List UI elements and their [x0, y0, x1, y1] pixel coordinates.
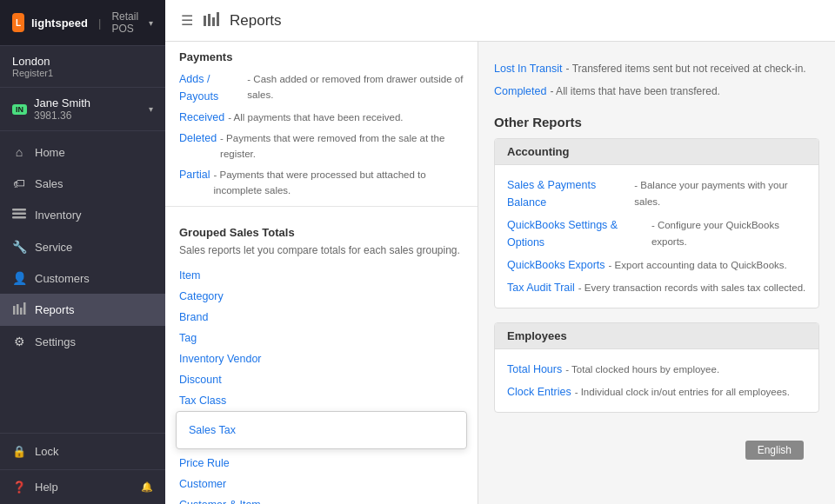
- tax-class-link-item: Tax Class: [165, 390, 478, 411]
- clock-entries-link[interactable]: Clock Entries: [507, 383, 571, 401]
- sidebar-item-label: Service: [35, 241, 72, 254]
- price-rule-link-item: Price Rule: [165, 453, 478, 474]
- accounting-body: Sales & Payments Balance - Balance your …: [495, 165, 818, 308]
- user-info[interactable]: IN Jane Smith 3981.36 ▾: [0, 88, 165, 131]
- received-desc: - All payments that have been received.: [228, 109, 403, 125]
- partial-desc: - Payments that were processed but attac…: [213, 167, 464, 199]
- other-reports-title: Other Reports: [494, 111, 819, 138]
- register-info: London Register1: [0, 46, 165, 88]
- service-icon: 🔧: [12, 240, 26, 254]
- transfers-links: Lost In Transit - Transfered items sent …: [494, 54, 819, 111]
- brand-link-item: Brand: [165, 307, 478, 328]
- completed-desc: - All items that have been transfered.: [550, 83, 719, 100]
- sidebar-item-settings[interactable]: ⚙ Settings: [0, 326, 165, 357]
- settings-icon: ⚙: [12, 335, 26, 348]
- inventory-vendor-link-item: Inventory Vendor: [165, 348, 478, 369]
- payments-section: Payments Adds / Payouts - Cash added or …: [165, 42, 478, 201]
- user-name: Jane Smith: [34, 96, 142, 109]
- customer-item-link[interactable]: Customer & Item: [179, 496, 261, 504]
- lightspeed-logo-icon: L: [12, 13, 24, 32]
- customers-icon: 👤: [12, 271, 26, 285]
- quickbooks-exports-link[interactable]: QuickBooks Exports: [507, 256, 605, 274]
- user-chevron-icon: ▾: [149, 104, 153, 114]
- discount-link[interactable]: Discount: [179, 371, 222, 388]
- main-content: ☰ Reports Payments Adds / Payouts - Cash…: [165, 0, 835, 504]
- sales-tax-dropdown: Sales Tax: [176, 411, 467, 449]
- employees-section: Employees Total Hours - Total clocked ho…: [494, 322, 819, 413]
- category-link-item: Category: [165, 286, 478, 307]
- svg-text:L: L: [16, 18, 21, 28]
- quickbooks-settings-link[interactable]: QuickBooks Settings & Options: [507, 216, 648, 251]
- svg-rect-12: [217, 12, 219, 26]
- tax-audit-trail-link[interactable]: Tax Audit Trail: [507, 279, 575, 296]
- help-icon: ❓: [12, 481, 26, 494]
- svg-rect-5: [13, 306, 16, 315]
- sales-icon: 🏷: [12, 176, 26, 190]
- customer-link[interactable]: Customer: [179, 475, 226, 493]
- left-panel: Payments Adds / Payouts - Cash added or …: [165, 42, 478, 504]
- sidebar-item-label: Sales: [35, 177, 63, 190]
- sales-tax-link[interactable]: Sales Tax: [189, 421, 236, 439]
- lost-in-transit-link[interactable]: Lost In Transit: [494, 60, 563, 77]
- sales-tax-link-item[interactable]: Sales Tax: [177, 417, 466, 443]
- item-link[interactable]: Item: [179, 267, 200, 284]
- item-link-item: Item: [165, 265, 478, 286]
- pos-chevron-icon: ▾: [149, 18, 153, 28]
- sidebar-item-customers[interactable]: 👤 Customers: [0, 262, 165, 294]
- register-sub: Register1: [12, 68, 153, 78]
- svg-rect-6: [17, 304, 19, 315]
- discount-link-item: Discount: [165, 369, 478, 390]
- accounting-title: Accounting: [495, 139, 818, 165]
- right-panel: Lost In Transit - Transfered items sent …: [478, 42, 835, 504]
- sidebar-item-reports[interactable]: Reports: [0, 294, 165, 326]
- sales-payments-balance-link[interactable]: Sales & Payments Balance: [507, 176, 631, 211]
- deleted-link[interactable]: Deleted: [179, 129, 217, 147]
- adds-payouts-link[interactable]: Adds / Payouts: [179, 70, 244, 105]
- app-divider: |: [98, 17, 101, 30]
- received-link[interactable]: Received: [179, 109, 224, 126]
- customer-item-link-item: Customer & Item: [165, 494, 478, 504]
- sidebar-item-service[interactable]: 🔧 Service: [0, 231, 165, 262]
- sidebar: L lightspeed | Retail POS ▾ London Regis…: [0, 0, 165, 504]
- deleted-item: Deleted - Payments that were removed fro…: [165, 128, 478, 164]
- lost-in-transit-item: Lost In Transit - Transfered items sent …: [494, 57, 819, 80]
- notification-icon: 🔔: [141, 481, 153, 493]
- sidebar-item-label: Inventory: [35, 209, 81, 222]
- sidebar-item-sales[interactable]: 🏷 Sales: [0, 168, 165, 199]
- lock-button[interactable]: 🔒 Lock: [0, 434, 165, 469]
- adds-payouts-desc: - Cash added or removed from drawer outs…: [247, 71, 464, 103]
- help-button[interactable]: ❓ Help 🔔: [0, 469, 165, 504]
- sidebar-item-home[interactable]: ⌂ Home: [0, 136, 165, 168]
- partial-link[interactable]: Partial: [179, 166, 210, 183]
- price-rule-link[interactable]: Price Rule: [179, 454, 230, 472]
- sidebar-header: L lightspeed | Retail POS ▾: [0, 0, 165, 46]
- completed-link[interactable]: Completed: [494, 83, 546, 100]
- inventory-vendor-link[interactable]: Inventory Vendor: [179, 350, 262, 368]
- sidebar-item-inventory[interactable]: Inventory: [0, 199, 165, 231]
- svg-rect-2: [12, 209, 26, 211]
- app-name: lightspeed: [31, 17, 88, 30]
- lock-icon: 🔒: [12, 445, 26, 458]
- clock-entries-desc: - Individual clock in/out entries for al…: [575, 384, 790, 400]
- category-link[interactable]: Category: [179, 288, 224, 305]
- inventory-icon: [12, 208, 26, 222]
- svg-rect-9: [204, 16, 206, 26]
- grouped-section: Grouped Sales Totals Sales reports let y…: [165, 212, 478, 504]
- quickbooks-exports-desc: - Export accounting data to QuickBooks.: [609, 257, 787, 273]
- header-chart-icon: [204, 12, 219, 30]
- total-hours-link[interactable]: Total Hours: [507, 361, 562, 378]
- quickbooks-exports-item: QuickBooks Exports - Export accounting d…: [507, 254, 806, 276]
- brand-link[interactable]: Brand: [179, 308, 208, 326]
- language-button[interactable]: English: [745, 441, 804, 460]
- home-icon: ⌂: [12, 145, 26, 159]
- main-body: Payments Adds / Payouts - Cash added or …: [165, 42, 835, 504]
- svg-rect-8: [23, 302, 26, 315]
- hamburger-icon[interactable]: ☰: [181, 12, 193, 29]
- completed-item: Completed - All items that have been tra…: [494, 80, 819, 103]
- tax-class-link[interactable]: Tax Class: [179, 392, 226, 409]
- customer-link-item: Customer: [165, 474, 478, 494]
- svg-rect-10: [208, 14, 210, 26]
- sales-payments-balance-item: Sales & Payments Balance - Balance your …: [507, 174, 806, 214]
- partial-item: Partial - Payments that were processed b…: [165, 164, 478, 201]
- tag-link[interactable]: Tag: [179, 329, 197, 347]
